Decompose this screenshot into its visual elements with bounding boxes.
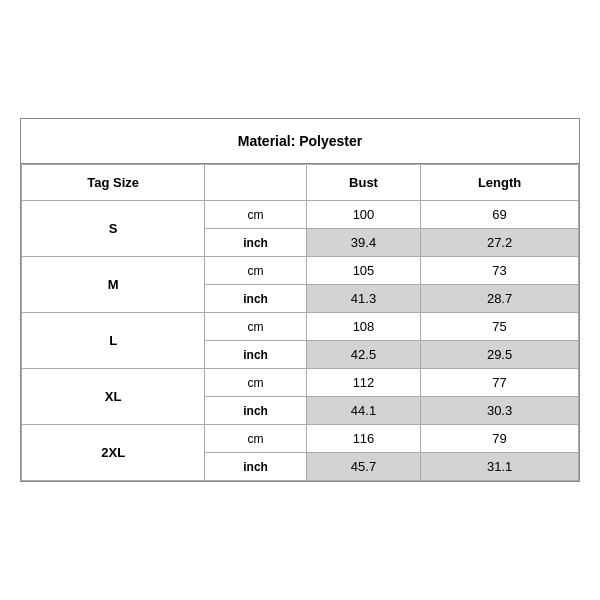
header-tag-size: Tag Size <box>22 165 205 201</box>
unit-cm: cm <box>205 425 307 453</box>
unit-inch: inch <box>205 397 307 425</box>
size-chart: Material: Polyester Tag Size Bust Length… <box>20 118 580 482</box>
size-label: 2XL <box>22 425 205 481</box>
unit-cm: cm <box>205 257 307 285</box>
header-length: Length <box>421 165 579 201</box>
bust-cm: 116 <box>306 425 420 453</box>
length-cm: 77 <box>421 369 579 397</box>
length-cm: 69 <box>421 201 579 229</box>
length-cm: 75 <box>421 313 579 341</box>
header-unit-empty <box>205 165 307 201</box>
bust-inch: 39.4 <box>306 229 420 257</box>
bust-cm: 100 <box>306 201 420 229</box>
bust-inch: 41.3 <box>306 285 420 313</box>
unit-inch: inch <box>205 229 307 257</box>
length-cm: 79 <box>421 425 579 453</box>
bust-cm: 105 <box>306 257 420 285</box>
length-inch: 29.5 <box>421 341 579 369</box>
size-label: L <box>22 313 205 369</box>
length-cm: 73 <box>421 257 579 285</box>
header-bust: Bust <box>306 165 420 201</box>
length-inch: 27.2 <box>421 229 579 257</box>
bust-cm: 108 <box>306 313 420 341</box>
unit-cm: cm <box>205 313 307 341</box>
bust-inch: 44.1 <box>306 397 420 425</box>
size-label: M <box>22 257 205 313</box>
unit-cm: cm <box>205 369 307 397</box>
unit-inch: inch <box>205 341 307 369</box>
unit-inch: inch <box>205 453 307 481</box>
unit-cm: cm <box>205 201 307 229</box>
length-inch: 31.1 <box>421 453 579 481</box>
bust-inch: 42.5 <box>306 341 420 369</box>
size-label: XL <box>22 369 205 425</box>
bust-cm: 112 <box>306 369 420 397</box>
size-label: S <box>22 201 205 257</box>
length-inch: 30.3 <box>421 397 579 425</box>
length-inch: 28.7 <box>421 285 579 313</box>
bust-inch: 45.7 <box>306 453 420 481</box>
chart-title: Material: Polyester <box>21 119 579 164</box>
unit-inch: inch <box>205 285 307 313</box>
